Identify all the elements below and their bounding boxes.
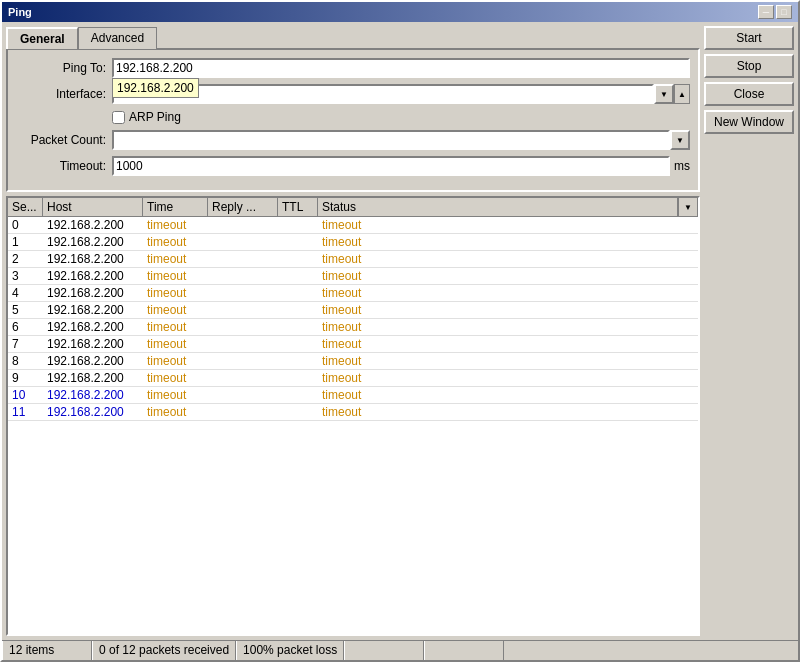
side-buttons: Start Stop Close New Window — [704, 26, 794, 636]
cell-reply — [208, 387, 278, 403]
cell-reply — [208, 404, 278, 420]
cell-status: timeout — [318, 234, 698, 250]
cell-status: timeout — [318, 336, 698, 352]
minimize-button[interactable]: ─ — [758, 5, 774, 19]
status-extra2 — [424, 641, 504, 660]
arp-ping-checkbox[interactable] — [112, 111, 125, 124]
col-status: Status — [318, 198, 678, 216]
cell-reply — [208, 234, 278, 250]
table-row[interactable]: 7 192.168.2.200 timeout timeout — [8, 336, 698, 353]
cell-ttl — [278, 251, 318, 267]
cell-host: 192.168.2.200 — [43, 387, 143, 403]
arp-ping-row: ARP Ping — [112, 110, 690, 124]
cell-time: timeout — [143, 319, 208, 335]
table-row[interactable]: 8 192.168.2.200 timeout timeout — [8, 353, 698, 370]
cell-status: timeout — [318, 387, 698, 403]
title-bar: Ping ─ □ — [2, 2, 798, 22]
table-row[interactable]: 5 192.168.2.200 timeout timeout — [8, 302, 698, 319]
cell-reply — [208, 217, 278, 233]
cell-time: timeout — [143, 387, 208, 403]
cell-host: 192.168.2.200 — [43, 285, 143, 301]
cell-time: timeout — [143, 370, 208, 386]
content-area: General Advanced Ping To: 192.168.2.200 … — [2, 22, 798, 640]
cell-seq: 0 — [8, 217, 43, 233]
table-row[interactable]: 10 192.168.2.200 timeout timeout — [8, 387, 698, 404]
cell-seq: 4 — [8, 285, 43, 301]
table-row[interactable]: 2 192.168.2.200 timeout timeout — [8, 251, 698, 268]
cell-reply — [208, 370, 278, 386]
cell-time: timeout — [143, 234, 208, 250]
start-button[interactable]: Start — [704, 26, 794, 50]
new-window-button[interactable]: New Window — [704, 110, 794, 134]
packet-count-row: Packet Count: ▼ — [16, 130, 690, 150]
cell-status: timeout — [318, 251, 698, 267]
cell-seq: 11 — [8, 404, 43, 420]
table-row[interactable]: 3 192.168.2.200 timeout timeout — [8, 268, 698, 285]
results-table: Se... Host Time Reply ... TTL Status ▼ 0… — [6, 196, 700, 636]
status-extra1 — [344, 641, 424, 660]
table-row[interactable]: 4 192.168.2.200 timeout timeout — [8, 285, 698, 302]
cell-ttl — [278, 370, 318, 386]
cell-time: timeout — [143, 268, 208, 284]
cell-host: 192.168.2.200 — [43, 251, 143, 267]
stop-button[interactable]: Stop — [704, 54, 794, 78]
cell-reply — [208, 285, 278, 301]
cell-seq: 6 — [8, 319, 43, 335]
cell-time: timeout — [143, 302, 208, 318]
table-body: 0 192.168.2.200 timeout timeout 1 192.16… — [8, 217, 698, 634]
cell-ttl — [278, 217, 318, 233]
timeout-input[interactable] — [112, 156, 670, 176]
close-button[interactable]: Close — [704, 82, 794, 106]
table-row[interactable]: 9 192.168.2.200 timeout timeout — [8, 370, 698, 387]
window-title: Ping — [8, 6, 32, 18]
cell-reply — [208, 268, 278, 284]
cell-host: 192.168.2.200 — [43, 234, 143, 250]
cell-ttl — [278, 336, 318, 352]
cell-host: 192.168.2.200 — [43, 217, 143, 233]
cell-time: timeout — [143, 217, 208, 233]
ping-to-input[interactable] — [112, 58, 690, 78]
cell-reply — [208, 251, 278, 267]
interface-dropdown-btn[interactable]: ▼ — [654, 84, 674, 104]
cell-host: 192.168.2.200 — [43, 353, 143, 369]
ms-unit-label: ms — [674, 159, 690, 173]
packet-count-input[interactable] — [112, 130, 670, 150]
general-tab-panel: Ping To: 192.168.2.200 Interface: ▼ ▲ AR… — [6, 48, 700, 192]
cell-seq: 7 — [8, 336, 43, 352]
cell-seq: 5 — [8, 302, 43, 318]
table-row[interactable]: 11 192.168.2.200 timeout timeout — [8, 404, 698, 421]
col-ttl: TTL — [278, 198, 318, 216]
ping-window: Ping ─ □ General Advanced Ping To: 192.1… — [0, 0, 800, 662]
maximize-button[interactable]: □ — [776, 5, 792, 19]
cell-ttl — [278, 234, 318, 250]
table-row[interactable]: 0 192.168.2.200 timeout timeout — [8, 217, 698, 234]
cell-time: timeout — [143, 285, 208, 301]
tab-general[interactable]: General — [6, 27, 78, 49]
cell-reply — [208, 302, 278, 318]
cell-time: timeout — [143, 404, 208, 420]
timeout-row: Timeout: ms — [16, 156, 690, 176]
cell-status: timeout — [318, 302, 698, 318]
packet-count-dropdown-btn[interactable]: ▼ — [670, 130, 690, 150]
col-reply: Reply ... — [208, 198, 278, 216]
table-filter-btn[interactable]: ▼ — [678, 198, 698, 216]
cell-ttl — [278, 387, 318, 403]
cell-ttl — [278, 285, 318, 301]
cell-status: timeout — [318, 268, 698, 284]
cell-seq: 9 — [8, 370, 43, 386]
interface-label: Interface: — [16, 87, 106, 101]
tab-advanced[interactable]: Advanced — [78, 27, 157, 49]
table-row[interactable]: 1 192.168.2.200 timeout timeout — [8, 234, 698, 251]
cell-status: timeout — [318, 353, 698, 369]
table-row[interactable]: 6 192.168.2.200 timeout timeout — [8, 319, 698, 336]
cell-status: timeout — [318, 217, 698, 233]
cell-host: 192.168.2.200 — [43, 302, 143, 318]
autocomplete-dropdown[interactable]: 192.168.2.200 — [112, 78, 199, 98]
cell-seq: 8 — [8, 353, 43, 369]
arp-ping-label: ARP Ping — [129, 110, 181, 124]
cell-status: timeout — [318, 404, 698, 420]
cell-time: timeout — [143, 353, 208, 369]
interface-scroll-btn[interactable]: ▲ — [674, 84, 690, 104]
cell-ttl — [278, 268, 318, 284]
cell-time: timeout — [143, 336, 208, 352]
